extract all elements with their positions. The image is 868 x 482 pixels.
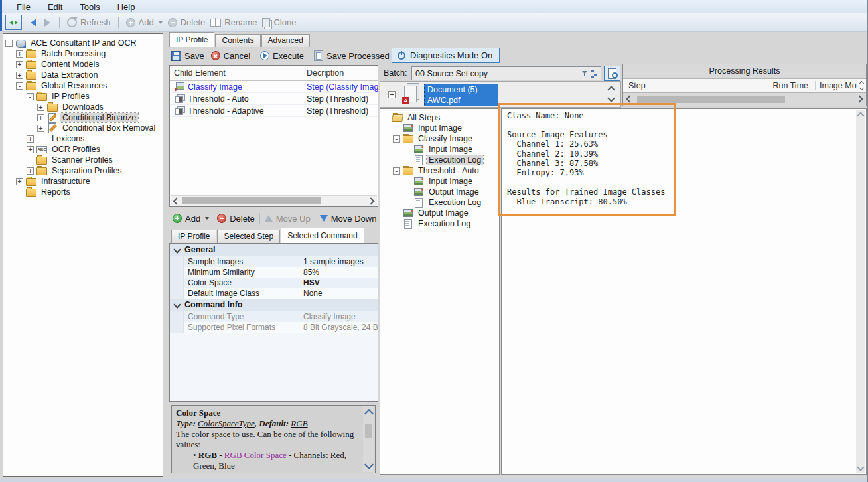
scroll-right-button[interactable] <box>367 197 374 204</box>
rgb-color-space-link[interactable]: RGB Color Space <box>224 450 287 460</box>
table-row-threshold-adaptive[interactable]: Threshold - AdaptiveStep (Threshold) <box>170 105 378 117</box>
tab-advanced[interactable]: Advanced <box>261 34 310 47</box>
expander-icon[interactable]: + <box>16 61 23 68</box>
tab-contents[interactable]: Contents <box>215 34 260 47</box>
scroll-up-button[interactable] <box>364 409 373 418</box>
scroll-right-button[interactable] <box>855 95 863 102</box>
tab-ip-profile[interactable]: IP Profile <box>171 230 216 243</box>
expander-icon[interactable]: + <box>27 135 34 143</box>
column-header-step[interactable]: Step <box>623 81 760 90</box>
scroll-left-button[interactable] <box>626 95 633 102</box>
refresh-button[interactable]: Refresh <box>64 16 113 29</box>
tab-ip-profile[interactable]: IP Profile <box>169 32 214 47</box>
filter-funnel-icon[interactable] <box>582 70 589 77</box>
table-row-threshold-auto[interactable]: Threshold - AutoStep (Threshold) <box>170 93 378 105</box>
tree-item-lexicons[interactable]: +Lexicons <box>3 133 163 144</box>
delete-button[interactable]: Delete <box>165 16 208 29</box>
tree-item-classify-image[interactable]: -Classify Image <box>380 133 499 144</box>
rename-button[interactable]: Rename <box>208 16 259 29</box>
tree-item-execution-log[interactable]: Execution Log <box>380 218 499 229</box>
column-header-image-mode[interactable]: Image Mo <box>815 81 857 90</box>
property-row-default-image-class[interactable]: Default Image ClassNone <box>170 288 378 299</box>
scroll-down-button[interactable] <box>364 460 373 469</box>
property-section-general[interactable]: General <box>170 244 378 256</box>
tree-item-execution-log[interactable]: Execution Log <box>380 197 499 208</box>
tree-item-global-resources[interactable]: -Global Resources <box>3 80 163 91</box>
scroll-up-button[interactable] <box>607 86 615 93</box>
expander-icon[interactable]: + <box>16 178 23 185</box>
tree-item-ocr-profiles[interactable]: +OCR Profiles <box>3 144 163 155</box>
expander-icon[interactable]: - <box>393 135 400 143</box>
column-header-child-element[interactable]: Child Element <box>170 68 303 78</box>
scrollbar-thumb[interactable] <box>637 96 785 103</box>
tree-item-conditional-box-removal[interactable]: +Conditional Box Removal <box>3 123 163 133</box>
type-link[interactable]: ColorSpaceType <box>198 418 255 428</box>
tab-selected-command[interactable]: Selected Command <box>281 228 364 243</box>
expander-icon[interactable]: + <box>16 72 23 79</box>
tree-item-content-models[interactable]: +Content Models <box>3 59 163 70</box>
expander-icon[interactable]: + <box>37 104 44 111</box>
expander-icon[interactable]: - <box>5 40 13 47</box>
cancel-button[interactable]: Cancel <box>211 51 250 61</box>
expander-icon[interactable]: + <box>27 146 34 153</box>
expander-icon[interactable]: + <box>27 167 34 175</box>
expander-icon[interactable]: - <box>16 82 23 90</box>
tab-selected-step[interactable]: Selected Step <box>217 230 280 243</box>
tree-item-ip-profiles[interactable]: -IP Profiles <box>3 91 163 102</box>
scrollbar-track[interactable] <box>182 197 365 204</box>
scroll-left-button[interactable] <box>173 197 180 204</box>
tree-item-execution-log[interactable]: Execution Log <box>380 155 499 165</box>
scrollbar-track[interactable] <box>636 96 853 103</box>
menu-tools[interactable]: Tools <box>72 1 108 13</box>
clone-button[interactable]: Clone <box>259 16 299 29</box>
property-row-sample-images[interactable]: Sample Images1 sample images <box>170 256 378 267</box>
tree-item-data-extraction[interactable]: +Data Extraction <box>3 70 163 80</box>
property-section-command-info[interactable]: Command Info <box>170 299 378 311</box>
forward-icon[interactable] <box>44 19 50 27</box>
scroll-down-button[interactable] <box>607 94 615 102</box>
scrollbar-thumb[interactable] <box>365 424 372 438</box>
toggle-nav-panel-button[interactable] <box>5 15 22 30</box>
expander-icon[interactable]: + <box>37 125 44 132</box>
expander-icon[interactable]: + <box>388 91 396 98</box>
tree-item-conditional-binarize[interactable]: +Conditional Binarize <box>3 112 163 123</box>
expander-icon[interactable]: + <box>16 50 23 58</box>
tree-item-input-image[interactable]: Input Image <box>380 123 499 133</box>
expander-icon[interactable]: + <box>37 114 44 121</box>
column-header-description[interactable]: Decription <box>303 68 378 78</box>
property-row-minimum-similarity[interactable]: Minimum Similarity85% <box>170 267 378 278</box>
tree-item-separation-profiles[interactable]: +Separation Profiles <box>3 165 163 176</box>
tree-item-all-steps[interactable]: All Steps <box>380 112 499 123</box>
execute-button[interactable]: Execute <box>260 51 304 61</box>
selected-document[interactable]: Document (5) AWC.pdf <box>424 84 498 106</box>
tree-item-output-image[interactable]: Output Image <box>380 187 499 197</box>
tree-item-downloads[interactable]: +Downloads <box>3 102 163 112</box>
add-child-button[interactable]: Add <box>173 214 209 224</box>
hierarchy-icon[interactable] <box>591 70 597 78</box>
property-row-color-space[interactable]: Color SpaceHSV <box>170 278 378 288</box>
tree-item-threshold-auto[interactable]: -Threshold - Auto <box>380 165 499 176</box>
save-button[interactable]: Save <box>171 51 204 61</box>
back-icon[interactable] <box>31 19 36 27</box>
column-spinner[interactable] <box>857 82 866 90</box>
add-button[interactable]: Add <box>123 16 165 29</box>
batch-selector[interactable]: 00 Source Set copy <box>411 66 601 80</box>
menu-file[interactable]: File <box>9 1 38 13</box>
expander-icon[interactable]: - <box>393 167 400 175</box>
default-link[interactable]: RGB <box>291 418 307 428</box>
tree-item-reports[interactable]: Reports <box>3 187 163 197</box>
diagnostics-mode-toggle[interactable]: Diagnostics Mode On <box>392 48 500 63</box>
tree-item-input-image[interactable]: Input Image <box>380 144 499 155</box>
property-row-command-type[interactable]: Command TypeClassify Image <box>170 311 378 322</box>
scroll-up-button[interactable] <box>857 112 864 119</box>
document-viewer-toggle[interactable] <box>604 66 620 81</box>
menu-edit[interactable]: Edit <box>40 1 70 13</box>
delete-child-button[interactable]: Delete <box>217 214 255 224</box>
tree-item-output-image[interactable]: Output Image <box>380 208 499 218</box>
table-row-classify-image[interactable]: Classify ImageStep (Classify Image) <box>170 81 378 93</box>
property-row-supported-pixel-formats[interactable]: Supported Pixel Formats8 Bit Grayscale, … <box>170 322 378 333</box>
expander-icon[interactable]: - <box>27 93 34 100</box>
move-down-button[interactable]: Move Down <box>320 214 377 224</box>
tree-item-ace-consultant-ip-and-ocr[interactable]: -ACE Consultant IP and OCR <box>3 38 163 48</box>
move-up-button[interactable]: Move Up <box>265 214 311 224</box>
